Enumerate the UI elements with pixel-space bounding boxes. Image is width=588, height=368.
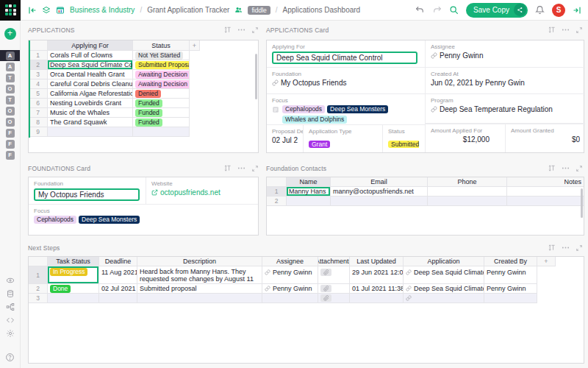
user-avatar[interactable]: S bbox=[552, 4, 565, 17]
add-row[interactable]: 3 bbox=[29, 294, 584, 303]
cell-applying-for[interactable]: Corals Full of Clowns bbox=[48, 51, 133, 60]
help-icon[interactable] bbox=[5, 353, 15, 362]
table-row[interactable]: 6 Nesting Lovebirds Grant Funded bbox=[29, 99, 258, 108]
notifications-bell-icon[interactable] bbox=[535, 5, 545, 15]
cell-status[interactable]: Funded bbox=[133, 108, 190, 118]
column-header-email[interactable]: Email bbox=[331, 177, 428, 187]
cell-created-by[interactable]: Penny Gwinn bbox=[484, 266, 537, 284]
column-header-name[interactable]: Name bbox=[287, 177, 331, 187]
column-header-phone[interactable]: Phone bbox=[428, 177, 507, 187]
cell-status[interactable]: Denied bbox=[133, 89, 190, 99]
cell-status[interactable]: Funded bbox=[133, 99, 190, 108]
sidebar-page[interactable]: A bbox=[0, 61, 20, 72]
redo-icon[interactable] bbox=[432, 5, 442, 15]
cell-status[interactable]: Awaiting Decision bbox=[133, 79, 190, 89]
table-row[interactable]: 8 The Grand Squawk Funded bbox=[29, 118, 258, 127]
field-amount-granted[interactable]: Amount Granted $0 bbox=[506, 124, 585, 152]
sort-filter-icon[interactable] bbox=[548, 164, 556, 172]
cell-status[interactable]: Submitted Proposal bbox=[133, 60, 190, 70]
cell-created-by[interactable]: Penny Gwinn bbox=[484, 284, 537, 294]
widget-menu-icon[interactable] bbox=[562, 26, 570, 34]
cell-applying-for-selected[interactable]: Deep Sea Squid Climate Control bbox=[48, 60, 133, 70]
table-row[interactable]: 2 Done 02 Jul 2021 Submitted proposal Pe… bbox=[29, 284, 584, 294]
table-row[interactable]: 4 Careful Coral Debris Cleanup Awaiting … bbox=[29, 79, 258, 89]
column-header-application[interactable]: Application bbox=[404, 257, 484, 266]
field-foundation-focus[interactable]: Focus Cephalopods Deep Sea Monsters bbox=[29, 205, 258, 235]
expand-widget-icon[interactable] bbox=[576, 26, 583, 34]
table-row[interactable]: 5 California Algae Reforestation Denied bbox=[29, 89, 258, 99]
code-view-icon[interactable] bbox=[6, 316, 15, 325]
cell-deadline[interactable]: 11 Aug 2021 bbox=[99, 266, 137, 284]
undo-icon[interactable] bbox=[415, 5, 425, 15]
cell-application[interactable]: Deep Sea Squid Climate Co… bbox=[404, 266, 484, 284]
cell-notes[interactable] bbox=[507, 187, 584, 197]
add-page-button[interactable]: + bbox=[4, 28, 16, 40]
add-column-button[interactable]: + bbox=[537, 257, 556, 266]
foundation-input[interactable]: My Octopus Friends bbox=[34, 188, 140, 201]
settings-gear-icon[interactable] bbox=[6, 329, 15, 338]
sidebar-page[interactable]: F bbox=[0, 127, 20, 138]
table-row[interactable]: 2 Deep Sea Squid Climate Control Submitt… bbox=[29, 60, 258, 70]
widget-menu-icon[interactable] bbox=[237, 26, 245, 34]
app-logo[interactable] bbox=[0, 0, 21, 21]
widget-menu-icon[interactable] bbox=[237, 164, 245, 172]
field-focus[interactable]: Focus Cephalopods Deep Sea Monsters Whal… bbox=[267, 94, 426, 124]
cell-applying-for[interactable]: Nesting Lovebirds Grant bbox=[48, 99, 133, 108]
sidebar-page-applications-dashboard[interactable]: A bbox=[0, 50, 20, 61]
cell-applying-for[interactable]: California Algae Reforestation bbox=[48, 89, 133, 99]
column-header-attachments[interactable]: Attachments bbox=[318, 257, 350, 266]
sidebar-page[interactable]: O bbox=[0, 105, 20, 116]
add-row[interactable]: 2 bbox=[267, 197, 584, 206]
column-header-deadline[interactable]: Deadline bbox=[99, 257, 137, 266]
cell-attachments[interactable] bbox=[318, 284, 350, 294]
sidebar-page[interactable]: O bbox=[0, 116, 20, 127]
cell-task-status-selected[interactable]: In Progress bbox=[48, 266, 99, 284]
breadcrumb-workspace[interactable]: Business & Industry bbox=[70, 6, 135, 14]
field-assignee[interactable]: Assignee Penny Gwinn bbox=[426, 40, 585, 68]
column-header-description[interactable]: Description bbox=[137, 257, 262, 266]
table-row[interactable]: 3 Orca Dental Health Grant Awaiting Deci… bbox=[29, 70, 258, 79]
cell-last-updated[interactable]: 01 Jul 2021 11:38am bbox=[350, 284, 404, 294]
column-header-task-status[interactable]: Task Status bbox=[48, 257, 99, 266]
field-created-at[interactable]: Created At Jun 02, 2021 by Penny Gwin bbox=[426, 68, 585, 94]
access-rules-icon[interactable] bbox=[6, 302, 15, 311]
sidebar-page[interactable]: O bbox=[0, 83, 20, 94]
cell-attachments[interactable] bbox=[318, 266, 350, 284]
expand-widget-icon[interactable] bbox=[251, 26, 259, 34]
table-row[interactable]: 1 Manny Hans manny@octopusfriends.net bbox=[267, 187, 584, 197]
cell-email[interactable]: manny@octopusfriends.net bbox=[331, 187, 428, 197]
cell-phone[interactable] bbox=[428, 187, 507, 197]
applying-for-input[interactable]: Deep Sea Squid Climate Control bbox=[272, 52, 417, 64]
sort-filter-icon[interactable] bbox=[223, 26, 232, 34]
save-copy-button[interactable]: Save Copy bbox=[466, 3, 528, 18]
cell-application[interactable]: Deep Sea Squid Climate Co… bbox=[404, 284, 484, 294]
website-link[interactable]: octopusfriends.net bbox=[151, 188, 253, 197]
column-header-created-by[interactable]: Created By bbox=[484, 257, 537, 266]
column-header-status[interactable]: Status bbox=[133, 40, 190, 51]
field-proposal-deadline[interactable]: Proposal Dead 02 Jul 20… bbox=[267, 124, 304, 152]
expand-widget-icon[interactable] bbox=[251, 165, 259, 172]
column-header-last-updated[interactable]: Last Updated bbox=[350, 257, 404, 266]
collapse-left-panel-icon[interactable] bbox=[28, 6, 37, 15]
doc-list-icon[interactable] bbox=[42, 6, 51, 15]
eye-icon[interactable] bbox=[6, 276, 15, 285]
open-right-panel-icon[interactable] bbox=[573, 6, 581, 15]
cell-status[interactable]: Not Yet Started bbox=[133, 51, 190, 60]
field-application-type[interactable]: Application Type Grant bbox=[304, 124, 383, 152]
vertical-scrollbar[interactable] bbox=[581, 188, 583, 218]
share-icon[interactable] bbox=[514, 4, 526, 16]
cell-status[interactable]: Funded bbox=[133, 118, 190, 127]
cell-applying-for[interactable]: Careful Coral Debris Cleanup bbox=[48, 79, 133, 89]
search-icon[interactable] bbox=[449, 5, 459, 15]
column-header-applying-for[interactable]: Applying For bbox=[48, 40, 133, 51]
breadcrumb-document[interactable]: Grant Application Tracker bbox=[147, 6, 229, 14]
table-row[interactable]: 1 Corals Full of Clowns Not Yet Started bbox=[29, 51, 258, 60]
add-row[interactable]: 9 bbox=[29, 127, 258, 137]
field-foundation[interactable]: Foundation My Octopus Friends bbox=[267, 68, 426, 94]
field-foundation-name[interactable]: Foundation My Octopus Friends bbox=[29, 177, 146, 205]
cell-last-updated[interactable]: 29 Jun 2021 12:03… bbox=[350, 266, 404, 284]
cell-deadline[interactable]: 02 Jul 2021 bbox=[99, 284, 137, 294]
sidebar-page[interactable]: T bbox=[0, 72, 20, 83]
cell-name-selected[interactable]: Manny Hans bbox=[287, 187, 331, 197]
cell-applying-for[interactable]: Music of the Whales bbox=[48, 108, 133, 118]
